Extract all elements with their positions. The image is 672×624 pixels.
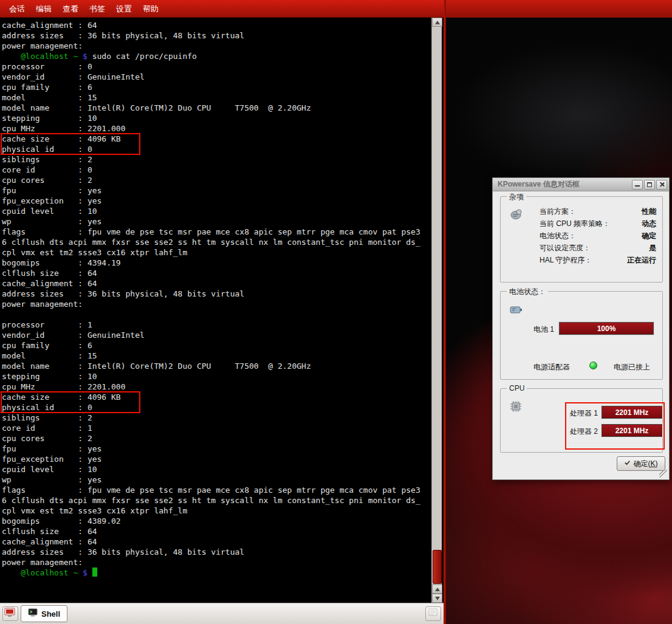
menu-view[interactable]: 查看 [57,0,84,18]
processor2-mhz: 2201 MHz [615,427,649,435]
misc-row: 当前方案：性能 [540,205,656,218]
ac-status-text: 电源已接上 [614,362,650,372]
battery-group: 电池状态： 电池 1 100% 电源适配器 电源已接上 [500,291,663,380]
cpu-group-label: CPU [507,384,527,393]
arrow-up-icon [435,588,440,591]
misc-row: HAL 守护程序：正在运行 [540,254,656,266]
misc-row-label: 电池状态： [540,230,576,242]
ok-button-label: 确定(K) [633,459,657,469]
terminal-scrollback-top: cache_alignment : 64 address sizes : 36 … [2,20,431,51]
processor1-bar: 2201 MHz [602,406,662,419]
tab-shell[interactable]: Shell [21,605,67,622]
arrow-up-icon [435,21,440,24]
misc-row-label: HAL 守护程序： [540,254,592,266]
close-button[interactable] [656,180,667,190]
battery-icon [509,303,524,318]
dialog-title: KPowersave 信息对话框 [498,179,631,190]
misc-group: 杂项 当前方案：性能 当前 CPU 频率策略：动态 电池状态：确定 可以设定亮度… [500,196,663,283]
session-list-icon [428,608,439,620]
tab-shell-label: Shell [41,609,60,619]
resize-grip[interactable] [659,470,667,478]
scrollbar-up-button[interactable] [432,18,442,27]
misc-rows: 当前方案：性能 当前 CPU 频率策略：动态 电池状态：确定 可以设定亮度：是 … [540,205,656,266]
battery-label: 电池 1 [533,324,554,335]
menu-settings[interactable]: 设置 [111,0,137,18]
maximize-button[interactable] [644,180,655,190]
cpu-group: CPU 处理器 1 2201 MHz 处理器 2 2201 MHz [500,388,663,453]
ac-status-led [589,362,597,369]
terminal-menubar: 会话 编辑 查看 书签 设置 帮助 [0,0,444,18]
terminal-cursor [92,567,97,577]
scrollbar-up-button-bottom[interactable] [432,585,442,594]
terminal-screen[interactable]: cache_alignment : 64 address sizes : 36 … [0,18,431,603]
misc-row-label: 可以设定亮度： [540,242,591,254]
annotation-box-cpu1-mhz [1,391,140,413]
prompt-host: @localhost ~ [21,568,83,577]
misc-row: 当前 CPU 频率策略：动态 [540,218,656,230]
session-list-button[interactable] [425,606,441,621]
prompt-host: @localhost ~ [21,52,83,61]
arrow-down-icon [435,597,440,600]
terminal-scrollbar[interactable] [431,18,442,603]
cpu-icon [509,400,523,416]
menu-help[interactable]: 帮助 [137,0,164,18]
misc-group-label: 杂项 [507,192,526,202]
terminal-prompt-line-2: @localhost ~ $ [2,567,431,578]
menu-bookmarks[interactable]: 书签 [84,0,111,18]
annotation-box-cpu0-mhz [1,133,140,155]
misc-row-label: 当前方案： [540,205,576,218]
terminal-window-frame [444,0,446,624]
terminal-window: 会话 编辑 查看 书签 设置 帮助 cache_alignment : 64 a… [0,0,444,624]
dialog-titlebar[interactable]: KPowersave 信息对话框 [493,178,669,191]
scrollbar-thumb[interactable] [433,550,442,584]
misc-row-value: 正在运行 [627,254,656,266]
prompt-dollar: $ [83,568,87,577]
background-window-titlebar [446,0,672,18]
misc-row-value: 确定 [642,230,656,242]
misc-row-value: 性能 [642,205,656,218]
new-session-button[interactable] [2,606,18,621]
ac-adapter-label: 电源适配器 [533,362,570,372]
scrollbar-down-button[interactable] [432,594,442,603]
processor2-label: 处理器 2 [570,427,598,437]
prompt-command: sudo cat /proc/cpuinfo [87,52,197,61]
new-terminal-icon [4,608,16,620]
processor1-mhz: 2201 MHz [615,408,649,417]
battery-percent: 100% [597,324,616,333]
menu-edit[interactable]: 编辑 [30,0,57,18]
close-icon [659,182,665,187]
terminal-icon [28,608,38,619]
processor1-label: 处理器 1 [570,408,598,419]
kpowersave-dialog: KPowersave 信息对话框 杂项 当前方案：性能 当前 CPU 频率策略：… [492,177,670,480]
misc-row: 电池状态：确定 [540,230,656,242]
processor2-bar: 2201 MHz [602,424,662,437]
minimize-button[interactable] [632,180,643,190]
misc-row-value: 动态 [642,218,656,230]
prompt-dollar: $ [83,52,87,61]
misc-row-value: 是 [649,242,656,254]
battery-group-label: 电池状态： [507,287,548,297]
misc-row-label: 当前 CPU 频率策略： [540,218,610,230]
battery-progressbar: 100% [559,322,654,335]
menu-session[interactable]: 会话 [4,0,30,18]
misc-icon [509,208,524,224]
ok-icon [624,459,631,468]
ok-button[interactable]: 确定(K) [617,456,665,471]
minimize-icon [635,182,640,187]
maximize-icon [647,182,652,187]
misc-row: 可以设定亮度：是 [540,242,656,254]
terminal-tabbar: Shell [0,603,444,624]
terminal-prompt-line-1: @localhost ~ $ sudo cat /proc/cpuinfo [2,51,431,61]
